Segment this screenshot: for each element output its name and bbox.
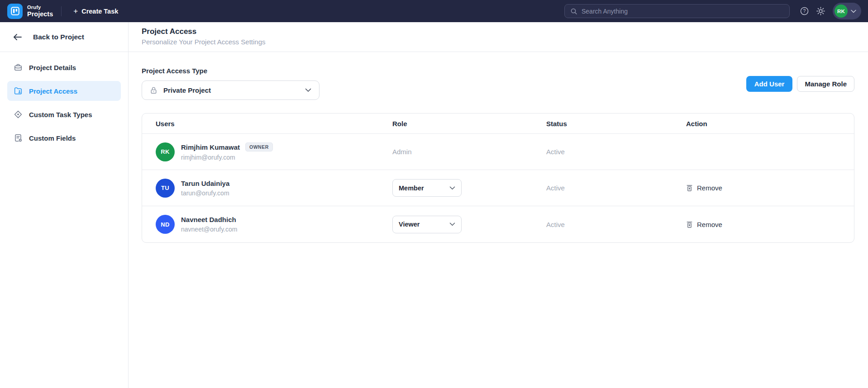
account-menu[interactable]: RK xyxy=(833,3,861,19)
avatar: RK xyxy=(156,142,175,161)
sidebar-item-label: Project Details xyxy=(29,64,76,71)
briefcase-icon xyxy=(14,63,23,72)
global-search[interactable] xyxy=(564,4,790,18)
trash-icon xyxy=(686,184,693,192)
page-header: Project Access Personalize Your Project … xyxy=(129,22,868,52)
brand-name: Orufy xyxy=(27,5,53,10)
lock-icon xyxy=(150,86,157,95)
role-value: Viewer xyxy=(399,221,420,228)
owner-badge: OWNER xyxy=(245,142,273,151)
trash-icon xyxy=(686,221,693,228)
remove-user-button[interactable]: Remove xyxy=(686,221,722,228)
role-value: Member xyxy=(399,185,424,192)
sidebar-nav: Project Details Project Access xyxy=(0,52,128,148)
page-subtitle: Personalize Your Project Access Settings xyxy=(142,38,868,46)
table-row: RK Rimjhim Kumawat OWNER rimjhim@orufy.c… xyxy=(142,134,854,170)
sidebar-item-custom-task-types[interactable]: Custom Task Types xyxy=(7,104,121,124)
app-logo[interactable] xyxy=(7,4,23,19)
sidebar-item-project-details[interactable]: Project Details xyxy=(7,57,121,77)
table-row: TU Tarun Udainiya tarun@orufy.com Member xyxy=(142,170,854,206)
access-type-label: Project Access Type xyxy=(142,67,320,75)
status-value: Active xyxy=(546,148,686,156)
avatar: TU xyxy=(156,179,175,198)
role-select[interactable]: Member xyxy=(392,179,462,197)
manage-role-button[interactable]: Manage Role xyxy=(797,76,854,92)
back-to-project-link[interactable]: Back to Project xyxy=(0,22,128,52)
role-value: Admin xyxy=(392,148,546,156)
page-title: Project Access xyxy=(142,27,868,36)
column-role: Role xyxy=(392,120,546,128)
brand-text: Orufy Projects xyxy=(27,5,53,18)
user-email: tarun@orufy.com xyxy=(181,189,229,197)
navbar-divider xyxy=(61,6,62,16)
table-header: Users Role Status Action xyxy=(142,114,854,134)
chevron-down-icon xyxy=(305,88,311,92)
folder-user-icon xyxy=(14,86,23,95)
table-row: ND Navneet Dadhich navneet@orufy.com Vie… xyxy=(142,206,854,242)
column-status: Status xyxy=(546,120,686,128)
remove-label: Remove xyxy=(697,221,722,228)
help-button[interactable]: ? xyxy=(800,6,809,16)
column-users: Users xyxy=(156,120,392,128)
arrow-left-icon xyxy=(13,33,22,41)
diamond-icon xyxy=(14,110,23,119)
kanban-logo-icon xyxy=(11,7,19,15)
brand-product: Projects xyxy=(27,11,53,18)
user-name: Rimjhim Kumawat xyxy=(181,143,240,151)
top-navbar: Orufy Projects + Create Task ? xyxy=(0,0,868,22)
back-label: Back to Project xyxy=(33,33,84,41)
plus-icon: + xyxy=(73,7,78,15)
search-input[interactable] xyxy=(582,8,784,15)
create-task-label: Create Task xyxy=(81,8,118,15)
status-value: Active xyxy=(546,221,686,228)
document-gear-icon xyxy=(14,133,23,142)
search-icon xyxy=(570,8,577,15)
user-email: navneet@orufy.com xyxy=(181,226,237,233)
access-type-value: Private Project xyxy=(163,86,211,94)
help-icon: ? xyxy=(800,6,809,16)
add-user-button[interactable]: Add User xyxy=(746,76,793,92)
sidebar-item-project-access[interactable]: Project Access xyxy=(7,81,121,101)
column-action: Action xyxy=(686,120,854,128)
chevron-down-icon xyxy=(449,222,455,226)
gear-icon xyxy=(816,6,826,16)
user-name: Tarun Udainiya xyxy=(181,180,229,187)
users-table: Users Role Status Action RK Rimjhim Kuma… xyxy=(142,113,854,243)
sidebar-item-label: Custom Task Types xyxy=(29,111,92,118)
role-select[interactable]: Viewer xyxy=(392,216,462,233)
remove-user-button[interactable]: Remove xyxy=(686,184,722,192)
svg-text:?: ? xyxy=(803,8,806,14)
chevron-down-icon xyxy=(449,186,455,190)
status-value: Active xyxy=(546,184,686,192)
user-email: rimjhim@orufy.com xyxy=(181,154,273,161)
access-type-select[interactable]: Private Project xyxy=(142,80,320,100)
user-name: Navneet Dadhich xyxy=(181,216,236,223)
settings-button[interactable] xyxy=(816,6,826,16)
avatar: RK xyxy=(835,5,848,18)
avatar: ND xyxy=(156,215,175,234)
sidebar-item-custom-fields[interactable]: Custom Fields xyxy=(7,128,121,148)
remove-label: Remove xyxy=(697,184,722,192)
settings-sidebar: Back to Project Project Details xyxy=(0,22,129,388)
sidebar-item-label: Custom Fields xyxy=(29,134,76,142)
sidebar-item-label: Project Access xyxy=(29,87,77,95)
create-task-button[interactable]: + Create Task xyxy=(73,7,118,15)
chevron-down-icon xyxy=(851,9,856,13)
